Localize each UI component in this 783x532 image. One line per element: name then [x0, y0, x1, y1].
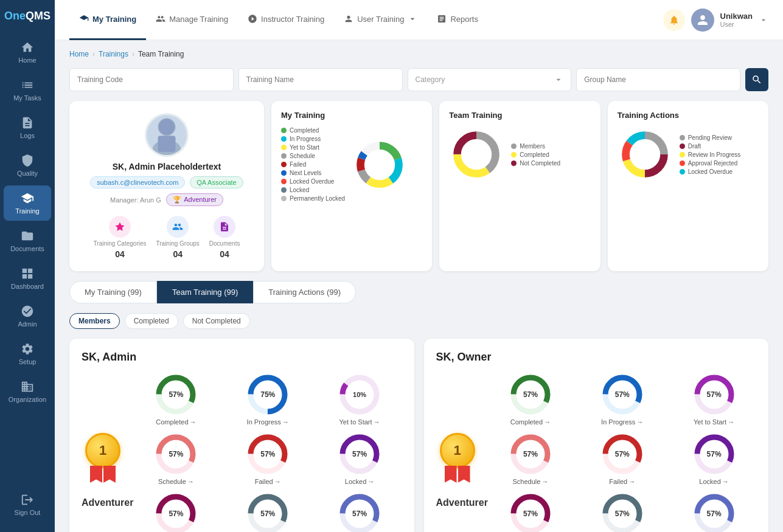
training-groups-icon	[167, 216, 189, 238]
profile-card: SK, Admin Placeholdertext subash.c@cline…	[69, 101, 264, 271]
sidebar-item-mytasks[interactable]: My Tasks	[4, 72, 51, 108]
my-training-donut	[352, 137, 407, 192]
nav-user-area: Unikwan User	[663, 9, 768, 32]
category-select[interactable]: Category	[408, 68, 572, 91]
training-name-input[interactable]	[238, 68, 403, 91]
filter-tab-not-completed[interactable]: Not Completed	[183, 313, 250, 329]
sk-admin-failed-stat: 57% Failed →	[226, 433, 310, 485]
nav-instructor-training[interactable]: Instructor Training	[238, 0, 334, 40]
my-training-legend: Completed In Progress Yet to Start Sched…	[281, 127, 345, 202]
tab-my-training[interactable]: My Training (99)	[69, 281, 157, 303]
sk-owner-locked-stat: 57% Locked →	[672, 433, 756, 485]
sidebar-item-dashboard[interactable]: Dashboard	[4, 261, 51, 296]
training-groups-stat: Training Groups 04	[156, 216, 200, 259]
sidebar-item-documents[interactable]: Documents	[4, 223, 51, 258]
sk-owner-nextlevels-stat: 57% Next Levels →	[672, 492, 756, 532]
sidebar-item-admin[interactable]: Admin	[4, 299, 51, 334]
member-role-label-owner: Adventurer	[436, 497, 479, 508]
team-training-legend: Members Completed Not Completed	[511, 143, 560, 167]
svg-point-2	[159, 119, 175, 135]
user-avatar	[691, 9, 714, 32]
profile-avatar	[145, 113, 189, 157]
my-training-chart-inner: Completed In Progress Yet to Start Sched…	[281, 127, 422, 202]
sk-owner-failed-stat: 57% Failed →	[580, 433, 664, 485]
sk-admin-nextlevels-stat: 57% Next Levels →	[318, 492, 402, 532]
svg-rect-3	[158, 136, 175, 151]
member-role-label: Adventurer	[82, 497, 124, 508]
sk-admin-yettostart-stat: 10% Yet to Start →	[318, 373, 402, 426]
summary-cards: SK, Admin Placeholdertext subash.c@cline…	[69, 101, 768, 271]
sk-owner-schedule-stat: 57% Schedule →	[489, 433, 573, 485]
sk-admin-completed-stat: 57% Completed →	[134, 373, 218, 426]
sk-owner-yettostart-stat: 57% Yet to Start →	[672, 373, 756, 426]
member-card-sk-owner: SK, Owner 57%	[424, 339, 769, 532]
team-training-card: Team Training Members Co	[439, 101, 600, 271]
my-training-card: My Training Completed In Progress Yet to…	[271, 101, 432, 271]
training-actions-card: Training Actions	[608, 101, 768, 271]
sidebar-item-organization[interactable]: Organization	[4, 374, 51, 409]
team-training-chart-inner: Members Completed Not Completed	[449, 127, 590, 182]
sk-owner-completed-stat: 57% Completed →	[489, 373, 573, 426]
training-code-input[interactable]	[69, 68, 234, 91]
main-area: My Training Manage Training Instructor T…	[55, 0, 783, 532]
profile-badges: subash.c@clinevotech.com QA Associate	[90, 176, 243, 188]
training-categories-icon	[109, 216, 131, 238]
training-actions-donut	[618, 127, 672, 182]
app-logo: OneQMS	[4, 10, 50, 22]
training-categories-stat: Training Categories 04	[94, 216, 147, 259]
sk-admin-locked-stat: 57% Locked →	[318, 433, 402, 485]
team-training-donut	[449, 127, 504, 182]
sidebar-item-home[interactable]: Home	[4, 35, 51, 70]
search-bar: Category	[69, 68, 768, 91]
tab-training-actions[interactable]: Training Actions (99)	[253, 281, 356, 303]
profile-email: subash.c@clinevotech.com	[90, 176, 185, 188]
user-dropdown-icon[interactable]	[759, 15, 768, 25]
sidebar-item-signout[interactable]: Sign Out	[4, 487, 51, 522]
sidebar-item-training[interactable]: Training	[4, 185, 51, 221]
member-card-sk-admin: SK, Admin 57%	[69, 339, 414, 532]
profile-manager: Manager: Arun G	[110, 196, 161, 204]
filter-tabs: Members Completed Not Completed	[69, 313, 768, 329]
breadcrumb: Home › Trainings › Team Training	[69, 50, 768, 58]
sk-admin-permlocked-stat: 57% Permanently Locked	[226, 492, 310, 532]
documents-stat: Documents 04	[209, 216, 240, 259]
page-content: Home › Trainings › Team Training Categor…	[55, 40, 783, 532]
group-name-input[interactable]	[576, 68, 740, 91]
members-grid: SK, Admin 57%	[69, 339, 768, 532]
profile-name: SK, Admin Placeholdertext	[113, 162, 221, 171]
nav-reports[interactable]: Reports	[427, 0, 488, 40]
sk-admin-schedule-stat: 57% Schedule →	[134, 433, 218, 485]
profile-stats: Training Categories 04 Training Groups 0…	[94, 216, 240, 259]
sk-owner-inprogress-stat: 57% In Progress →	[580, 373, 664, 426]
training-actions-chart-inner: Pending Review Draft Review In Progress …	[618, 127, 759, 182]
tab-team-training[interactable]: Team Training (99)	[157, 281, 253, 303]
search-button[interactable]	[745, 68, 768, 91]
sidebar-item-quality[interactable]: Quality	[4, 148, 51, 183]
member-medal-owner: 1	[436, 433, 479, 488]
sidebar-item-logs[interactable]: Logs	[4, 110, 51, 145]
filter-tab-members[interactable]: Members	[69, 313, 120, 329]
sk-admin-inprogress-stat: 75% In Progress →	[226, 373, 310, 426]
documents-icon	[214, 216, 235, 238]
training-actions-legend: Pending Review Draft Review In Progress …	[680, 134, 741, 175]
filter-tab-completed[interactable]: Completed	[125, 313, 178, 329]
sidebar-item-setup[interactable]: Setup	[4, 336, 51, 371]
sk-admin-lockedoverdue-stat: 57% Locked Overdue →	[134, 492, 218, 532]
user-info: Unikwan User	[720, 12, 753, 28]
nav-user-training[interactable]: User Training	[334, 0, 427, 40]
nav-manage-training[interactable]: Manage Training	[146, 0, 238, 40]
member-medal: 1	[82, 433, 124, 488]
sidebar: OneQMS Home My Tasks Logs Quality Traini…	[0, 0, 55, 532]
sk-owner-permlocked-stat: 57% Permanently Locked	[580, 492, 664, 532]
profile-role: QA Associate	[190, 176, 243, 188]
notification-bell-button[interactable]	[663, 9, 685, 31]
sk-owner-lockedoverdue-stat: 57% Locked Overdue →	[489, 492, 573, 532]
main-tabs: My Training (99) Team Training (99) Trai…	[69, 281, 768, 303]
top-navigation: My Training Manage Training Instructor T…	[55, 0, 783, 40]
nav-my-training[interactable]: My Training	[69, 0, 146, 40]
